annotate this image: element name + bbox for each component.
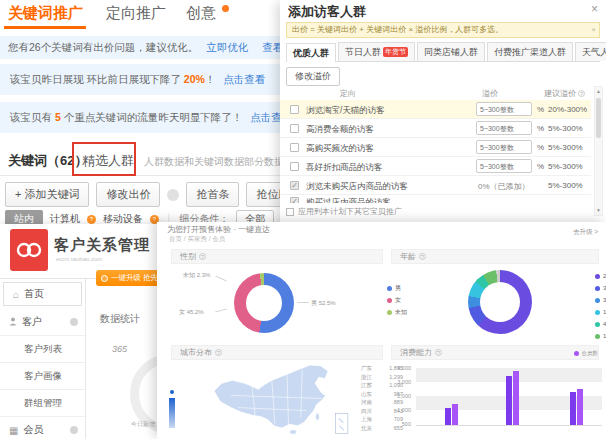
bar-chart-legend: 会员数 bbox=[574, 350, 599, 357]
hainan-shape bbox=[290, 430, 297, 435]
premium-input[interactable] bbox=[476, 121, 532, 135]
premium-input[interactable] bbox=[476, 102, 532, 116]
tab-quality-crowd[interactable]: 优质人群 bbox=[286, 43, 336, 62]
traffic-drop-suffix: 个重点关键词的流量昨天明显下降了！ bbox=[61, 111, 242, 123]
crm-logo bbox=[10, 229, 48, 271]
label-line bbox=[215, 276, 226, 282]
breadcrumb: 首页 / 买家秀 / 会员 bbox=[169, 235, 225, 244]
legend-dot bbox=[595, 310, 600, 315]
tab-creative[interactable]: 创意 bbox=[186, 4, 216, 23]
legend-item: 男 bbox=[387, 284, 407, 293]
optimize-now-link[interactable]: 立即优化 bbox=[206, 41, 248, 53]
sidebar-item-home[interactable]: ⌂ 首页 bbox=[3, 282, 82, 306]
upgrade-link[interactable]: 去升级 > bbox=[573, 228, 598, 237]
row-checkbox[interactable] bbox=[290, 162, 299, 171]
crowd-name: 高消费金额的访客 bbox=[306, 124, 374, 136]
crm-window: 客户关系管理 ecrm.taobao.com ⌂ 首页 客户 客户列表 客户画像… bbox=[0, 224, 164, 439]
sidebar-item-group-manage[interactable]: 群组管理 bbox=[0, 390, 85, 417]
premium-input[interactable] bbox=[476, 140, 532, 154]
modify-bid-button[interactable]: 修改出价 bbox=[96, 182, 160, 207]
apply-to-plan-row: 应用到本计划下其它宝贝推广 bbox=[286, 206, 402, 217]
tab-label: 天气人群 bbox=[582, 46, 606, 59]
suggest-info-icon: ? bbox=[578, 90, 585, 97]
grid-icon: ▦ bbox=[9, 425, 18, 436]
legend-dot bbox=[595, 274, 600, 279]
gender-label-female: 女 45.2% bbox=[179, 308, 204, 317]
keyword-promotion-panel: 关键词推广 定向推广 创意 您有26个关键词有出价问题，建议优化。立即优化查看全… bbox=[0, 0, 300, 232]
dialog-scrollbar[interactable]: ▲ ▼ bbox=[594, 86, 603, 216]
sidebar-item-customer-profile[interactable]: 客户画像 bbox=[0, 363, 85, 390]
grab-first-button[interactable]: 抢首条 bbox=[186, 182, 239, 207]
table-row-clipped: ✓ 购买过店内商品的访客 bbox=[280, 195, 591, 203]
tab-label: 节日人群 bbox=[345, 46, 381, 59]
crowd-table: 浏览淘宝/天猫的访客 % 20%-300% 高消费金额的访客 % 5%-300%… bbox=[280, 100, 591, 203]
info-icon: ? bbox=[199, 253, 206, 260]
keyword-toolbar: + 添加关键词 修改出价 抢首条 抢位助手 ▾ bbox=[5, 182, 295, 207]
scrollbar-thumb[interactable] bbox=[596, 98, 601, 138]
person-icon bbox=[9, 317, 17, 328]
tab-weather-crowd[interactable]: 天气人群 bbox=[575, 42, 606, 61]
scroll-down-icon[interactable]: ▼ bbox=[595, 206, 602, 215]
age-legend-clipped: 25-29岁 30-34岁 35-39岁 18-24岁 40岁以上 18岁以下 bbox=[595, 272, 606, 341]
y-axis-tick: 1,000 bbox=[397, 407, 411, 413]
legend-item: 25-29岁 bbox=[595, 272, 606, 281]
tab-festival-crowd[interactable]: 节日人群年货节 bbox=[338, 42, 415, 61]
bar-本期-中 bbox=[513, 371, 519, 425]
south-sea-inset-box bbox=[336, 414, 348, 434]
notice-traffic-drop: 该宝贝有 5 个重点关键词的流量昨天明显下降了！点击查看 bbox=[0, 102, 292, 133]
percent-sign: % bbox=[537, 162, 544, 171]
sidebar-item-label: 客户列表 bbox=[24, 343, 62, 356]
tab-targeting-promotion[interactable]: 定向推广 bbox=[106, 4, 166, 23]
premium-input[interactable] bbox=[476, 159, 532, 173]
row-checkbox[interactable] bbox=[290, 105, 299, 114]
tab-label: 同类店铺人群 bbox=[424, 46, 478, 59]
collapse-dot-icon[interactable] bbox=[70, 318, 78, 326]
row-checkbox[interactable] bbox=[290, 143, 299, 152]
active-tab-underline bbox=[4, 26, 86, 29]
add-keyword-button[interactable]: + 添加关键词 bbox=[5, 182, 89, 207]
row-checkbox-checked[interactable]: ✓ bbox=[290, 181, 299, 190]
panel-header-age: 年龄 ? bbox=[391, 249, 599, 264]
tab-keyword-promotion[interactable]: 关键词推广 bbox=[8, 4, 83, 23]
traffic-drop-prefix: 该宝贝有 bbox=[10, 111, 55, 123]
stats-label: 数据统计 bbox=[100, 312, 140, 326]
bar-本期-高 bbox=[577, 389, 583, 425]
crowd-name: 高购买频次的访客 bbox=[306, 143, 374, 155]
dialog-close-icon[interactable]: × bbox=[591, 2, 598, 16]
modify-premium-button[interactable]: 修改溢价 bbox=[286, 67, 340, 86]
sidebar-item-member[interactable]: ▦ 会员 bbox=[0, 417, 85, 439]
panel-header-consumption: 消费能力 ? bbox=[391, 345, 599, 360]
panel-title: 性别 bbox=[180, 251, 196, 262]
bar-chart-y-axis: 4,0003,0002,0001,000500 bbox=[387, 368, 413, 430]
crm-title: 客户关系管理 bbox=[54, 236, 150, 255]
apply-checkbox[interactable] bbox=[286, 208, 294, 216]
row-checkbox[interactable] bbox=[290, 124, 299, 133]
infinity-cloud-icon bbox=[15, 240, 43, 260]
legend-label: 女 bbox=[395, 296, 401, 305]
impression-view-link[interactable]: 点击查看 bbox=[223, 73, 265, 85]
legend-dot bbox=[387, 298, 392, 303]
legend-dot bbox=[387, 310, 392, 315]
table-row: ✓ 浏览未购买店内商品的访客 0%（已添加） 5%-300% bbox=[280, 176, 591, 195]
sidebar-item-customer-list[interactable]: 客户列表 bbox=[0, 336, 85, 363]
sidebar-item-label: 客户画像 bbox=[24, 370, 62, 383]
gender-legend: 男 女 未知 bbox=[387, 284, 407, 317]
tab-paid-channel-crowd[interactable]: 付费推广渠道人群 bbox=[487, 42, 573, 61]
help-circle-icon bbox=[167, 189, 179, 201]
notice-close-icon[interactable]: × bbox=[591, 23, 596, 37]
premium-formula-text: 出价 = 关键词出价 + 关键词出价 × 溢价比例，人群可多选。 bbox=[292, 25, 503, 34]
impression-drop-text: 该宝贝昨日展现 环比前日展现下降了 bbox=[10, 73, 184, 85]
premium-formula-notice: 出价 = 关键词出价 + 关键词出价 × 溢价比例，人群可多选。 × bbox=[286, 22, 600, 38]
row-checkbox-checked[interactable]: ✓ bbox=[290, 197, 299, 203]
visualmap-gradient-bar bbox=[169, 398, 175, 428]
legend-item: 18岁以下 bbox=[595, 332, 606, 341]
sidebar-item-customer[interactable]: 客户 bbox=[0, 309, 85, 336]
age-donut-chart bbox=[468, 270, 532, 334]
panel-title: 城市分布 bbox=[180, 347, 212, 358]
sidebar-item-label: 群组管理 bbox=[24, 397, 62, 410]
legend-dot bbox=[595, 334, 600, 339]
tab-similar-shop-crowd[interactable]: 同类店铺人群 bbox=[417, 42, 485, 61]
scroll-up-icon[interactable]: ▲ bbox=[595, 87, 602, 96]
collapse-dot-icon[interactable] bbox=[70, 426, 78, 434]
legend-label: 未知 bbox=[395, 308, 407, 317]
